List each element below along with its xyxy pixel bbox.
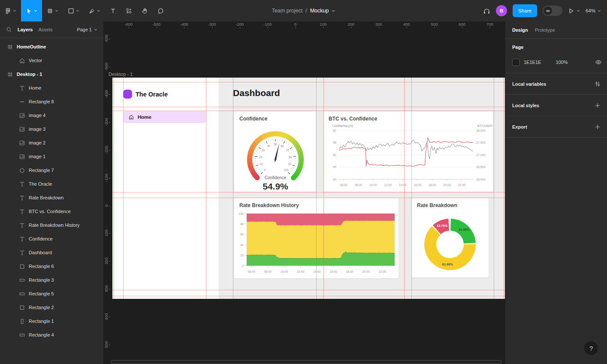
actions-tool-button[interactable] xyxy=(121,0,137,21)
headphones-icon[interactable] xyxy=(483,7,490,15)
file-name[interactable]: Mockup xyxy=(310,8,329,14)
svg-text:18:00: 18:00 xyxy=(346,270,353,273)
layer-row-rate-breakdown-history[interactable]: Rate Breakdown History xyxy=(0,218,103,232)
image-icon xyxy=(19,153,25,160)
local-variables-section[interactable]: Local variables xyxy=(505,73,607,95)
svg-text:14:00: 14:00 xyxy=(399,184,407,187)
plus-icon[interactable] xyxy=(594,102,601,109)
layer-list: HomeOutlineVectorDesktop - 1HomeRectangl… xyxy=(0,38,103,342)
rect-wide-icon xyxy=(19,291,25,297)
layer-row-confidence[interactable]: Confidence xyxy=(0,232,103,246)
svg-text:62.66%: 62.66% xyxy=(442,262,453,266)
help-button[interactable]: ? xyxy=(584,341,598,355)
ruler-left-label: -600 xyxy=(104,30,109,47)
rate-breakdown-history-card[interactable]: Rate Breakdown History 02040608010006:00… xyxy=(234,198,399,279)
layer-row-image-3[interactable]: image 3 xyxy=(0,122,103,136)
layer-row-home[interactable]: Home xyxy=(0,81,103,95)
layer-row-vector[interactable]: Vector xyxy=(0,54,103,67)
layer-row-rectangle-8[interactable]: Rectangle 8 xyxy=(0,95,103,108)
svg-text:50: 50 xyxy=(274,143,277,146)
svg-text:54.9%: 54.9% xyxy=(263,181,288,191)
layer-row-rate-breakdown[interactable]: Rate Breakdown xyxy=(0,191,103,205)
layer-row-homeoutline[interactable]: HomeOutline xyxy=(0,40,103,54)
page-title: Dashboard xyxy=(233,88,280,98)
canvas[interactable]: -600-500-400-300-200-1000100200300400500… xyxy=(103,21,505,364)
tab-design[interactable]: Design xyxy=(512,27,528,33)
layer-label: Dashboard xyxy=(29,250,52,255)
layer-row-rectangle-5[interactable]: Rectangle 5 xyxy=(0,287,103,301)
eye-icon[interactable] xyxy=(595,59,602,66)
svg-text:10:00: 10:00 xyxy=(281,270,288,273)
avatar[interactable]: B xyxy=(496,5,507,16)
ruler-left-label: -400 xyxy=(104,86,109,103)
svg-text:100: 100 xyxy=(284,168,288,171)
svg-text:08:00: 08:00 xyxy=(355,184,362,187)
main-menu-button[interactable] xyxy=(0,0,21,21)
tab-layers[interactable]: Layers xyxy=(18,27,33,32)
ruler-left-label: 100 xyxy=(104,225,109,242)
color-swatch[interactable] xyxy=(512,59,519,66)
layer-row-rectangle-4[interactable]: Rectangle 4 xyxy=(0,328,103,342)
comment-tool-button[interactable] xyxy=(153,0,169,21)
confidence-gauge-card[interactable]: Confidence 0102030405060708090100Confide… xyxy=(234,111,316,192)
svg-text:60: 60 xyxy=(333,129,336,132)
svg-text:16:00: 16:00 xyxy=(329,270,337,273)
layer-row-rectangle-1[interactable]: Rectangle 1 xyxy=(0,314,103,328)
brand-name: The Oracle xyxy=(136,91,168,98)
svg-text:Confidence (%): Confidence (%) xyxy=(332,124,353,128)
text-tool-button[interactable] xyxy=(105,0,121,21)
svg-text:70: 70 xyxy=(286,149,290,152)
layer-row-image-4[interactable]: image 4 xyxy=(0,108,103,122)
rate-breakdown-donut-card[interactable]: Rate Breakdown 23.58%62.66%13.76% xyxy=(411,198,489,278)
chevron-down-icon[interactable] xyxy=(332,9,335,12)
layer-row-the-oracle[interactable]: The Oracle xyxy=(0,177,103,191)
shape-tool-button[interactable] xyxy=(63,0,84,21)
square-icon xyxy=(19,304,25,311)
zoom-level-control[interactable]: 64% xyxy=(586,8,601,13)
pen-tool-button[interactable] xyxy=(84,0,105,21)
dev-mode-toggle[interactable]: </> xyxy=(543,6,562,16)
local-styles-section[interactable]: Local styles xyxy=(505,95,607,116)
share-button[interactable]: Share xyxy=(513,4,537,17)
layer-row-desktop-1[interactable]: Desktop - 1 xyxy=(0,67,103,81)
layer-row-image-2[interactable]: image 2 xyxy=(0,136,103,150)
project-name[interactable]: Team project xyxy=(272,8,303,14)
export-section[interactable]: Export xyxy=(505,116,607,138)
image-icon xyxy=(19,112,25,119)
layer-row-rectangle-7[interactable]: Rectangle 7 xyxy=(0,163,103,177)
sliders-icon[interactable] xyxy=(594,81,601,87)
layer-label: The Oracle xyxy=(29,181,52,187)
layer-row-rectangle-3[interactable]: Rectangle 3 xyxy=(0,273,103,287)
layer-row-btc-vs-confidence[interactable]: BTC vs. Confidence xyxy=(0,205,103,218)
svg-text:14:00: 14:00 xyxy=(313,270,321,273)
tab-assets[interactable]: Assets xyxy=(38,27,52,32)
desktop-frame[interactable]: The Oracle Home Dashboard Confidence 010… xyxy=(112,78,505,299)
btc-confidence-card[interactable]: BTC vs. Confidence 6028,0005527,5005027,… xyxy=(323,111,493,192)
move-tool-button[interactable] xyxy=(21,0,42,21)
svg-text:BTC/USDT: BTC/USDT xyxy=(477,124,493,127)
search-icon[interactable] xyxy=(6,27,12,33)
layer-row-rectangle-2[interactable]: Rectangle 2 xyxy=(0,301,103,314)
layer-row-dashboard[interactable]: Dashboard xyxy=(0,246,103,259)
svg-text:60: 60 xyxy=(281,144,284,147)
present-button[interactable] xyxy=(568,8,580,14)
layer-label: Rectangle 8 xyxy=(29,99,54,104)
sidebar-item-home[interactable]: Home xyxy=(123,111,206,123)
color-hex-value[interactable]: 1E1E1E xyxy=(524,60,541,65)
page-selector[interactable]: Page 1 xyxy=(77,27,97,32)
tab-prototype[interactable]: Prototype xyxy=(535,27,555,33)
frame-label[interactable]: Desktop - 1 xyxy=(109,72,133,77)
layer-row-rectangle-6[interactable]: Rectangle 6 xyxy=(0,259,103,273)
color-opacity-value[interactable]: 100% xyxy=(556,60,568,65)
svg-text:13.76%: 13.76% xyxy=(437,224,448,228)
frame-tool-button[interactable] xyxy=(42,0,63,21)
hand-tool-button[interactable] xyxy=(137,0,153,21)
toolbar: Team project / Mockup B Share </> 64% xyxy=(0,0,607,21)
card-title: Confidence xyxy=(239,116,267,122)
layer-row-image-1[interactable]: image 1 xyxy=(0,150,103,163)
horizontal-scrollbar[interactable] xyxy=(111,360,502,364)
plus-icon[interactable] xyxy=(594,123,601,130)
chevron-down-icon xyxy=(13,9,16,12)
layers-panel-header: Layers Assets Page 1 xyxy=(0,21,103,38)
confidence-gauge-chart: 0102030405060708090100Confidence54.9% xyxy=(235,123,316,192)
